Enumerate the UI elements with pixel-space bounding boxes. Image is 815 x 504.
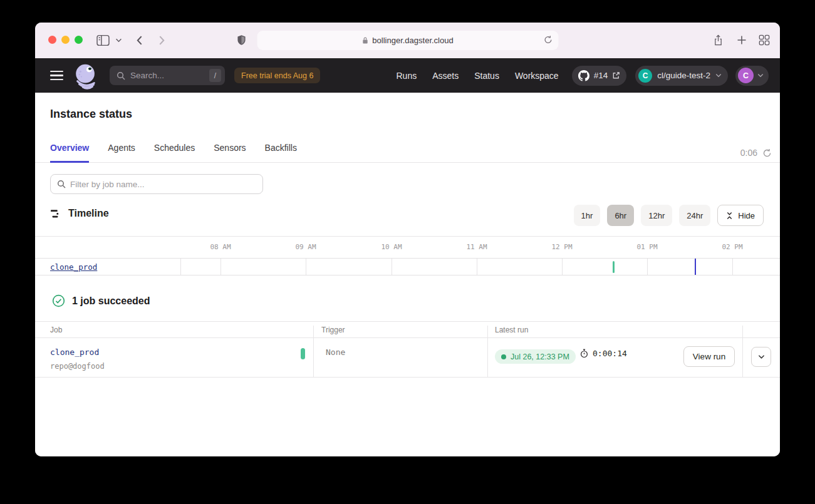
collapse-icon [726,212,733,220]
sidebar-toggle-icon[interactable] [96,34,110,46]
chevron-down-icon [757,73,764,78]
new-tab-plus-icon[interactable] [737,35,747,45]
app-header: / Free trial ends Aug 6 Runs Assets Stat… [35,58,780,93]
share-icon[interactable] [713,34,724,47]
page-content: Instance status Overview Agents Schedule… [35,93,780,456]
table-row: clone_prod repo@dogfood None Jul 26, 12:… [35,338,780,378]
tab-agents[interactable]: Agents [108,143,135,163]
run-marker[interactable] [613,261,615,273]
github-icon [578,70,589,81]
jobs-table: Job Trigger Latest run clone_prod repo@d… [35,321,780,378]
run-duration: 0:00:14 [579,349,627,358]
tab-overview-grid-icon[interactable] [759,34,770,46]
user-avatar: C [738,68,754,83]
summary-text: 1 job succeeded [72,296,150,307]
axis-tick: 08 AM [210,243,231,251]
table-header: Job Trigger Latest run [35,321,780,338]
deployment-switcher[interactable]: C cl/guide-test-2 [635,66,728,86]
tab-overview[interactable]: Overview [50,143,89,163]
refresh-cluster: 0:06 [740,148,772,158]
nav-assets[interactable]: Assets [432,71,459,81]
axis-tick: 01 PM [636,243,657,251]
axis-tick: 02 PM [722,243,742,251]
version-label: #14 [594,71,608,80]
axis-tick: 12 PM [551,243,572,251]
stopwatch-icon [579,349,589,358]
github-version-button[interactable]: #14 [572,66,627,86]
refresh-countdown: 0:06 [740,148,757,158]
range-1hr-button[interactable]: 1hr [574,205,601,226]
view-run-button[interactable]: View run [683,346,735,367]
job-link[interactable]: clone_prod [50,347,99,357]
zoom-window-button[interactable] [75,36,83,44]
tab-sensors[interactable]: Sensors [214,143,246,163]
waterfall-icon [50,208,61,219]
search-input[interactable] [130,71,209,80]
jobs-summary: 1 job succeeded [52,294,150,307]
browser-window: bollinger.dagster.cloud [35,23,780,456]
row-expand-button[interactable] [751,347,771,367]
timeline-chart: 08 AM 09 AM 10 AM 11 AM 12 PM 01 PM 02 P… [35,236,780,275]
sidebar-dropdown-chevron-icon[interactable] [115,38,122,43]
deployment-label: cl/guide-test-2 [657,71,710,80]
reload-icon[interactable] [543,35,553,47]
axis-tick: 11 AM [466,243,487,251]
deployment-avatar: C [638,69,652,83]
axis-tick: 09 AM [295,243,316,251]
hamburger-menu-icon[interactable] [50,71,63,80]
timeline-axis: 08 AM 09 AM 10 AM 11 AM 12 PM 01 PM 02 P… [35,236,780,258]
range-12hr-button[interactable]: 12hr [641,205,672,226]
timeline-job-link[interactable]: clone_prod [50,262,97,272]
nav-status[interactable]: Status [474,71,499,81]
column-job: Job [50,326,62,334]
global-search[interactable]: / [110,66,225,85]
search-icon [57,180,66,188]
hide-timeline-button[interactable]: Hide [717,205,764,226]
success-dot-icon [501,354,506,359]
browser-toolbar: bollinger.dagster.cloud [35,23,780,58]
timeline-row: clone_prod [35,258,780,275]
external-link-icon [612,71,620,80]
main-nav: Runs Assets Status Workspace [396,71,558,81]
column-latest-run: Latest run [495,326,528,334]
job-status-pill[interactable] [301,348,305,359]
job-filter-input[interactable] [70,180,256,189]
nav-runs[interactable]: Runs [396,71,417,81]
chevron-down-icon [715,73,722,78]
trigger-value: None [326,347,345,357]
range-24hr-button[interactable]: 24hr [679,205,710,226]
address-bar[interactable]: bollinger.dagster.cloud [257,31,558,50]
job-filter [50,174,263,194]
column-trigger: Trigger [321,326,345,334]
user-menu[interactable]: C [735,66,769,86]
page-title: Instance status [50,108,132,121]
lock-icon [361,36,368,44]
refresh-icon[interactable] [762,148,772,158]
nav-workspace[interactable]: Workspace [515,71,559,81]
privacy-shield-icon[interactable] [237,34,246,46]
url-text: bollinger.dagster.cloud [372,36,453,45]
back-button-icon[interactable] [136,35,143,46]
job-location: repo@dogfood [50,362,105,371]
tab-backfills[interactable]: Backfills [265,143,297,163]
axis-tick: 10 AM [381,243,402,251]
tab-schedules[interactable]: Schedules [154,143,195,163]
forward-button-icon[interactable] [158,35,165,46]
free-trial-badge[interactable]: Free trial ends Aug 6 [234,68,320,83]
search-icon [117,71,125,80]
timeline-title: Timeline [68,208,109,219]
search-shortcut-key: / [209,69,221,82]
tab-bar: Overview Agents Schedules Sensors Backfi… [35,136,780,163]
timeline-header: Timeline 1hr 6hr 12hr 24hr Hide [35,205,780,226]
range-6hr-button[interactable]: 6hr [607,205,634,226]
now-cursor [695,259,696,275]
check-circle-icon [52,294,65,307]
latest-run-badge[interactable]: Jul 26, 12:33 PM [495,349,576,364]
traffic-lights [48,36,83,44]
minimize-window-button[interactable] [61,36,70,44]
dagster-logo-icon[interactable] [71,61,100,90]
close-window-button[interactable] [48,36,56,44]
